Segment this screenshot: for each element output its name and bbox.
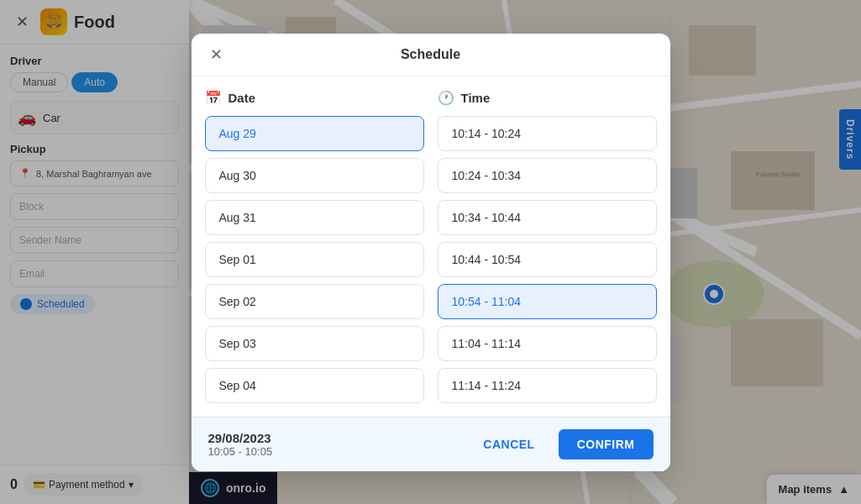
clock-icon: 🕐 <box>438 90 454 106</box>
date-item[interactable]: Aug 30 <box>205 158 424 193</box>
date-column-header: 📅 Date <box>205 90 424 106</box>
date-item[interactable]: Sep 04 <box>205 368 424 403</box>
time-item[interactable]: 11:04 - 11:14 <box>438 326 657 361</box>
time-item[interactable]: 11:14 - 11:24 <box>438 368 657 403</box>
footer-date: 29/08/2023 <box>208 431 273 445</box>
footer-actions: CANCEL CONFIRM <box>470 429 653 459</box>
calendar-icon: 📅 <box>205 90 222 106</box>
modal-header: ✕ Schedule <box>192 34 670 76</box>
time-column-label: Time <box>461 91 491 105</box>
time-column-header: 🕐 Time <box>438 90 657 106</box>
schedule-modal: ✕ Schedule 📅 Date Aug 29Aug 30Aug 31Sep … <box>192 34 670 471</box>
time-item[interactable]: 10:14 - 10:24 <box>438 116 657 151</box>
date-column: 📅 Date Aug 29Aug 30Aug 31Sep 01Sep 02Sep… <box>205 90 424 403</box>
modal-title: Schedule <box>401 47 460 62</box>
time-item[interactable]: 10:24 - 10:34 <box>438 158 657 193</box>
date-column-label: Date <box>228 91 256 105</box>
footer-date-info: 29/08/2023 10:05 - 10:05 <box>208 431 273 458</box>
date-item[interactable]: Aug 31 <box>205 200 424 235</box>
time-item[interactable]: 10:44 - 10:54 <box>438 242 657 277</box>
date-item[interactable]: Sep 02 <box>205 284 424 319</box>
time-item[interactable]: 10:54 - 11:04 <box>438 284 657 319</box>
confirm-button[interactable]: CONFIRM <box>559 429 654 459</box>
date-item[interactable]: Sep 01 <box>205 242 424 277</box>
modal-body: 📅 Date Aug 29Aug 30Aug 31Sep 01Sep 02Sep… <box>192 76 670 417</box>
date-item[interactable]: Aug 29 <box>205 116 424 151</box>
modal-overlay: ✕ Schedule 📅 Date Aug 29Aug 30Aug 31Sep … <box>0 0 861 504</box>
footer-time: 10:05 - 10:05 <box>208 445 273 458</box>
cancel-button[interactable]: CANCEL <box>470 429 548 459</box>
date-item[interactable]: Sep 03 <box>205 326 424 361</box>
modal-close-button[interactable]: ✕ <box>205 43 228 66</box>
modal-footer: 29/08/2023 10:05 - 10:05 CANCEL CONFIRM <box>192 417 670 471</box>
time-column: 🕐 Time 10:14 - 10:2410:24 - 10:3410:34 -… <box>438 90 657 403</box>
time-item[interactable]: 10:34 - 10:44 <box>438 200 657 235</box>
